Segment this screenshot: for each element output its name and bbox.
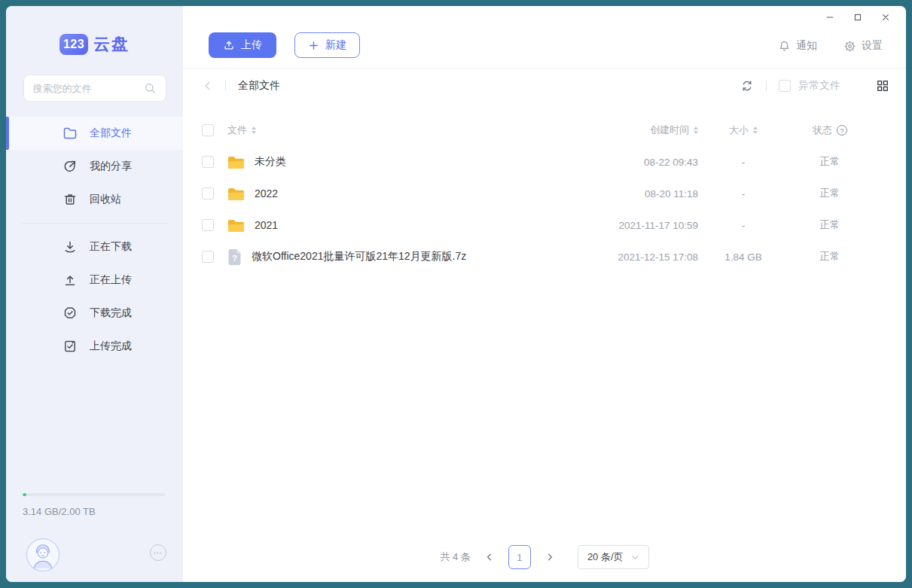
sidebar-item-upload-done[interactable]: 上传完成 <box>6 330 183 363</box>
trash-icon <box>63 192 78 207</box>
storage-usage-text: 3.14 GB/2.00 TB <box>23 506 165 517</box>
main-panel: 上传 新建 通知 设置 全部文件 <box>183 6 906 582</box>
sidebar-item-label: 上传完成 <box>90 340 132 353</box>
storage-quota: 3.14 GB/2.00 TB <box>23 493 165 517</box>
notifications-button[interactable]: 通知 <box>778 39 817 53</box>
size-cell: - <box>698 220 788 231</box>
column-header-label: 大小 <box>729 123 749 137</box>
table-row[interactable]: 2022 08-20 11:18 - 正常 <box>183 178 906 209</box>
storage-progress-bar <box>23 493 165 496</box>
downloading-icon <box>63 239 78 254</box>
refresh-icon[interactable] <box>740 79 754 93</box>
table-row[interactable]: 2021 2021-11-17 10:59 - 正常 <box>183 209 906 241</box>
file-name[interactable]: 微软Office2021批量许可版21年12月更新版.7z <box>252 250 466 264</box>
created-cell: 2021-12-15 17:08 <box>563 251 698 263</box>
settings-label: 设置 <box>862 39 883 53</box>
status-cell: 正常 <box>788 155 871 169</box>
folder-icon <box>63 126 78 141</box>
uploading-icon <box>63 273 78 288</box>
app-logo: 123 云盘 <box>6 33 183 56</box>
plus-icon <box>308 40 319 51</box>
notifications-label: 通知 <box>796 39 817 53</box>
gear-icon <box>843 40 856 53</box>
status-cell: 正常 <box>788 187 871 200</box>
download-done-icon <box>63 306 78 321</box>
column-header-label: 创建时间 <box>650 123 689 137</box>
ellipsis-icon: ⋯ <box>154 548 163 558</box>
sidebar-item-label: 正在下载 <box>90 240 132 254</box>
upload-button-label: 上传 <box>241 38 262 52</box>
breadcrumb[interactable]: 全部文件 <box>238 79 280 93</box>
sidebar: 123 云盘 全部文件 我的分享 回收站 正在下载 <box>6 6 183 582</box>
file-name-cell[interactable]: 2022 <box>214 187 563 201</box>
sidebar-item-label: 正在上传 <box>90 273 132 287</box>
grid-view-icon[interactable] <box>877 80 889 92</box>
new-button[interactable]: 新建 <box>294 32 360 58</box>
file-name-cell[interactable]: 未分类 <box>214 155 563 169</box>
size-cell: 1.84 GB <box>698 251 788 263</box>
file-name-cell[interactable]: ? 微软Office2021批量许可版21年12月更新版.7z <box>214 248 563 266</box>
sidebar-item-uploading[interactable]: 正在上传 <box>6 264 183 297</box>
new-button-label: 新建 <box>325 38 346 52</box>
chevron-down-icon <box>631 553 639 562</box>
toolbar-divider <box>766 81 767 91</box>
sidebar-item-label: 全部文件 <box>90 126 132 140</box>
sidebar-item-recycle-bin[interactable]: 回收站 <box>6 183 183 216</box>
sidebar-item-label: 我的分享 <box>90 160 132 173</box>
sidebar-item-all-files[interactable]: 全部文件 <box>6 117 183 150</box>
sort-icon[interactable] <box>252 126 256 134</box>
window-controls <box>825 12 891 23</box>
select-all-checkbox[interactable] <box>202 124 214 136</box>
page-size-select[interactable]: 20 条/页 <box>578 545 649 569</box>
table-row[interactable]: ? 微软Office2021批量许可版21年12月更新版.7z 2021-12-… <box>183 241 906 273</box>
back-chevron-icon[interactable] <box>203 81 213 91</box>
sidebar-item-my-shares[interactable]: 我的分享 <box>6 150 183 183</box>
app-window: 123 云盘 全部文件 我的分享 回收站 正在下载 <box>6 6 906 582</box>
column-header-size[interactable]: 大小 <box>698 123 788 137</box>
sidebar-item-label: 回收站 <box>90 193 121 206</box>
row-checkbox[interactable] <box>202 219 214 231</box>
row-checkbox[interactable] <box>202 187 214 200</box>
user-avatar[interactable] <box>26 538 60 572</box>
more-options-button[interactable]: ⋯ <box>150 544 166 561</box>
file-name[interactable]: 2022 <box>255 187 278 200</box>
file-name[interactable]: 2021 <box>255 219 278 231</box>
bell-icon <box>778 40 791 53</box>
sidebar-item-download-done[interactable]: 下载完成 <box>6 297 183 330</box>
row-checkbox[interactable] <box>202 156 214 168</box>
logo-badge-icon: 123 <box>59 34 88 55</box>
sidebar-item-downloading[interactable]: 正在下载 <box>6 230 183 264</box>
column-header-status[interactable]: 状态 ? <box>788 123 871 137</box>
prev-page-icon[interactable] <box>485 553 494 562</box>
top-right-menu: 通知 设置 <box>778 39 883 53</box>
file-name-cell[interactable]: 2021 <box>214 218 563 233</box>
folder-icon <box>227 218 245 233</box>
page-number-button[interactable]: 1 <box>508 545 531 569</box>
file-name[interactable]: 未分类 <box>255 155 286 169</box>
column-header-label: 文件 <box>227 123 247 137</box>
search-icon[interactable] <box>144 82 157 95</box>
upload-button[interactable]: 上传 <box>209 32 276 58</box>
question-circle-icon[interactable]: ? <box>837 125 847 136</box>
settings-button[interactable]: 设置 <box>843 39 883 53</box>
column-header-file[interactable]: 文件 <box>214 123 563 137</box>
sort-icon[interactable] <box>753 126 758 134</box>
abnormal-files-checkbox[interactable] <box>779 80 791 92</box>
size-cell: - <box>698 157 788 168</box>
file-list: 未分类 08-22 09:43 - 正常 2022 08-20 11:18 - … <box>183 146 906 273</box>
row-checkbox[interactable] <box>202 251 214 263</box>
maximize-button[interactable] <box>853 12 863 23</box>
table-header: 文件 创建时间 大小 状态 ? <box>183 119 906 142</box>
search-box[interactable] <box>23 75 166 102</box>
upload-done-icon <box>63 339 78 354</box>
minimize-button[interactable] <box>825 12 835 23</box>
abnormal-files-label[interactable]: 异常文件 <box>798 79 840 93</box>
size-cell: - <box>698 188 788 200</box>
created-cell: 08-22 09:43 <box>563 157 698 168</box>
table-row[interactable]: 未分类 08-22 09:43 - 正常 <box>183 146 906 178</box>
primary-actions: 上传 新建 <box>209 32 360 58</box>
close-button[interactable] <box>880 12 891 23</box>
search-input[interactable] <box>33 83 144 94</box>
column-header-created[interactable]: 创建时间 <box>563 123 698 137</box>
next-page-icon[interactable] <box>545 553 554 562</box>
